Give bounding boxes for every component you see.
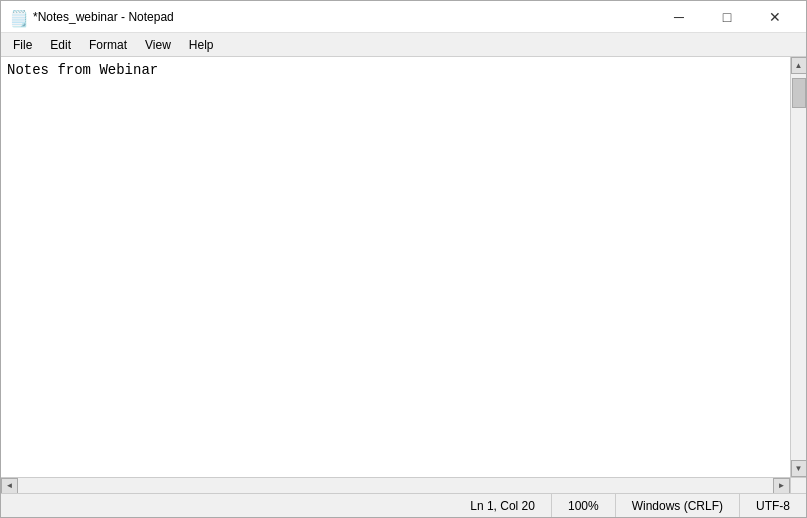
scroll-up-button[interactable]: ▲ (791, 57, 807, 74)
scrollbar-corner (790, 478, 806, 494)
notepad-window: 🗒️ *Notes_webinar - Notepad ─ □ ✕ File E… (0, 0, 807, 518)
minimize-button[interactable]: ─ (656, 1, 702, 33)
zoom-level: 100% (568, 499, 599, 513)
maximize-button[interactable]: □ (704, 1, 750, 33)
status-encoding: UTF-8 (740, 494, 806, 517)
status-line-ending: Windows (CRLF) (616, 494, 740, 517)
menu-edit[interactable]: Edit (42, 36, 79, 54)
vertical-scrollbar[interactable]: ▲ ▼ (790, 57, 806, 477)
scroll-track-x[interactable] (18, 478, 773, 493)
title-bar-left: 🗒️ *Notes_webinar - Notepad (9, 9, 174, 25)
line-ending: Windows (CRLF) (632, 499, 723, 513)
scroll-left-button[interactable]: ◄ (1, 478, 18, 494)
horizontal-scrollbar[interactable]: ◄ ► (1, 477, 806, 493)
app-icon: 🗒️ (9, 9, 25, 25)
scroll-thumb-y[interactable] (792, 78, 806, 108)
text-editor[interactable]: Notes from Webinar (1, 57, 790, 477)
status-position: Ln 1, Col 20 (1, 494, 552, 517)
title-bar-controls: ─ □ ✕ (656, 1, 798, 33)
menu-bar: File Edit Format View Help (1, 33, 806, 57)
scroll-down-button[interactable]: ▼ (791, 460, 807, 477)
scroll-right-button[interactable]: ► (773, 478, 790, 494)
cursor-position: Ln 1, Col 20 (470, 499, 535, 513)
status-bar: Ln 1, Col 20 100% Windows (CRLF) UTF-8 (1, 493, 806, 517)
menu-help[interactable]: Help (181, 36, 222, 54)
encoding: UTF-8 (756, 499, 790, 513)
window-title: *Notes_webinar - Notepad (33, 10, 174, 24)
menu-format[interactable]: Format (81, 36, 135, 54)
scroll-track-y[interactable] (791, 74, 806, 460)
menu-view[interactable]: View (137, 36, 179, 54)
close-button[interactable]: ✕ (752, 1, 798, 33)
menu-file[interactable]: File (5, 36, 40, 54)
editor-area: Notes from Webinar ▲ ▼ (1, 57, 806, 477)
title-bar: 🗒️ *Notes_webinar - Notepad ─ □ ✕ (1, 1, 806, 33)
status-zoom: 100% (552, 494, 616, 517)
